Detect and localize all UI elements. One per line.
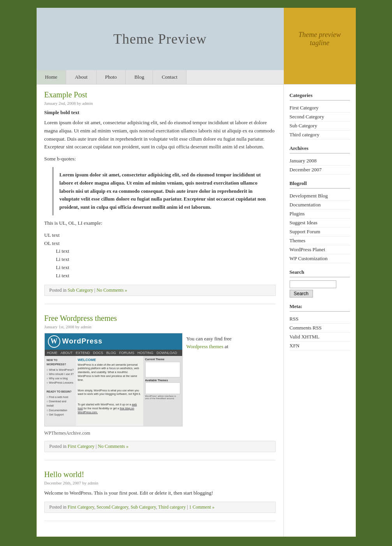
- blogroll-docs[interactable]: Documentation: [290, 202, 321, 208]
- blogroll-themes[interactable]: Themes: [290, 238, 306, 243]
- archive-dec2007[interactable]: December 2007: [290, 167, 322, 173]
- post2-footer-comments[interactable]: No Comments »: [98, 444, 128, 449]
- post1-blockquote-intro: Some b-quotes:: [44, 155, 276, 163]
- post1-footer-comments[interactable]: No Comments »: [97, 287, 127, 293]
- site-tagline: Theme preview tagline: [290, 31, 350, 47]
- post3-cat3[interactable]: Sub Category: [131, 504, 156, 510]
- post1-bold: Simple bold text: [44, 109, 276, 116]
- cat-sub[interactable]: Sub Category: [290, 123, 317, 129]
- list-item: Second Category: [290, 113, 350, 122]
- meta-xfn[interactable]: XFN: [290, 342, 350, 350]
- post1-meta: January 2nd, 2008 by admin: [44, 101, 276, 106]
- list-item: Suggest Ideas: [290, 218, 350, 227]
- li-item-1: Li text: [44, 247, 276, 255]
- post1-title: Example Post: [44, 90, 276, 99]
- post2-title: Free Wordpress themes: [44, 314, 276, 323]
- post2-meta: January 1st, 2008 by admin: [44, 324, 276, 329]
- list-item: Plugins: [290, 210, 350, 218]
- blogroll-dev[interactable]: Development Blog: [290, 193, 328, 199]
- blogroll-support[interactable]: Support Forum: [290, 229, 320, 234]
- search-button[interactable]: [290, 290, 313, 298]
- post2-caption-text: You can easy find free: [186, 336, 232, 342]
- post3-title: Hello world!: [44, 470, 276, 479]
- archive-jan2008[interactable]: January 2008: [290, 158, 317, 164]
- post3-cat1[interactable]: First Category: [68, 504, 94, 510]
- nav-blog[interactable]: Blog: [126, 70, 153, 84]
- blogroll-suggest[interactable]: Suggest Ideas: [290, 220, 318, 225]
- nav-home[interactable]: Home: [37, 70, 67, 84]
- post2-footer: Posted in First Category | No Comments »: [44, 441, 276, 452]
- cat-third[interactable]: Third category: [290, 132, 320, 137]
- post1-blockquote: Lorem ipsum dolor sit amet, consectetur …: [52, 167, 276, 215]
- post1-footer: Posted in Sub Category | No Comments »: [44, 285, 276, 296]
- list-item: Sub Category: [290, 122, 350, 130]
- nav-contact[interactable]: Contact: [153, 70, 186, 84]
- post-example: Example Post January 2nd, 2008 by admin …: [44, 90, 276, 304]
- li-item-3: Li text: [44, 264, 276, 272]
- site-title: Theme Preview: [113, 31, 207, 47]
- list-item: January 2008: [290, 157, 350, 166]
- post1-list: UL text OL text Li text Li text Li text …: [44, 231, 276, 280]
- post1-list-intro: This is UL, OL, LI example:: [44, 219, 276, 227]
- wp-screenshot: W WordPress HOMEABOUTEXTENDDOCSBLOGFORUM…: [44, 333, 183, 426]
- blogroll-heading: Blogroll: [290, 180, 350, 188]
- post2-caption-suffix: at: [225, 343, 228, 349]
- meta-comments-rss[interactable]: Comments RSS: [290, 324, 350, 333]
- li-item-4: Li text: [44, 272, 276, 280]
- list-item: Support Forum: [290, 227, 350, 236]
- sidebar: Categories First Category Second Categor…: [284, 85, 356, 537]
- list-item: WordPress Planet: [290, 245, 350, 254]
- li-item-2: Li text: [44, 255, 276, 264]
- blogroll-list: Development Blog Documentation Plugins S…: [290, 192, 350, 263]
- list-item: WP Customization: [290, 254, 350, 263]
- post2-site-credit: WPThemesArchive.com: [44, 430, 276, 436]
- cat-first[interactable]: First Category: [290, 105, 319, 111]
- post1-footer-posted: Posted in: [49, 287, 67, 293]
- post1-paragraph: Lorem ipsum dolor sit amet, consectetur …: [44, 119, 276, 151]
- post3-meta: December 26th, 2007 by admin: [44, 481, 276, 485]
- nav-photo[interactable]: Photo: [97, 70, 126, 84]
- list-item: First Category: [290, 104, 350, 113]
- meta-list: RSS Comments RSS Valid XHTML XFN: [290, 315, 350, 350]
- post2-footer-posted: Posted in: [49, 444, 67, 449]
- list-item: Third category: [290, 130, 350, 139]
- post3-content: Welcome to WordPress. This is your first…: [44, 489, 276, 497]
- list-item: Themes: [290, 236, 350, 245]
- meta-rss[interactable]: RSS: [290, 315, 350, 324]
- search-heading: Search: [290, 269, 350, 277]
- blogroll-plugins[interactable]: Plugins: [290, 211, 305, 217]
- nav-about[interactable]: About: [66, 70, 97, 84]
- post3-cat4[interactable]: Third category: [158, 504, 186, 510]
- list-item: December 2007: [290, 166, 350, 174]
- search-box: [290, 280, 350, 298]
- cat-second[interactable]: Second Category: [290, 114, 324, 120]
- post1-footer-cat[interactable]: Sub Category: [68, 287, 93, 293]
- blogroll-wp-custom[interactable]: WP Customization: [290, 255, 328, 261]
- categories-list: First Category Second Category Sub Categ…: [290, 104, 350, 139]
- list-item: Documentation: [290, 201, 350, 210]
- post2-image-area: W WordPress HOMEABOUTEXTENDDOCSBLOGFORUM…: [44, 333, 276, 426]
- post2-wp-link[interactable]: Wordpress themes: [186, 343, 223, 349]
- list-item: Development Blog: [290, 192, 350, 201]
- search-input[interactable]: [290, 280, 336, 288]
- meta-heading: Meta:: [290, 303, 350, 312]
- meta-valid-xhtml[interactable]: Valid XHTML: [290, 333, 350, 342]
- ul-text: UL text: [44, 231, 276, 240]
- post-hello-world: Hello world! December 26th, 2007 by admi…: [44, 470, 276, 521]
- post2-caption: You can easy find free Wordpress themes …: [186, 333, 276, 426]
- post3-footer-comments[interactable]: 1 Comment »: [189, 504, 214, 510]
- post3-cat2[interactable]: Second Category: [97, 504, 128, 510]
- blogroll-wp-planet[interactable]: WordPress Planet: [290, 247, 325, 252]
- post2-footer-cat[interactable]: First Category: [68, 444, 95, 449]
- archives-heading: Archives: [290, 145, 350, 153]
- archives-list: January 2008 December 2007: [290, 157, 350, 174]
- post3-footer: Posted in First Category, Second Categor…: [44, 502, 276, 513]
- post3-footer-posted: Posted in: [49, 504, 67, 510]
- ol-text: OL text: [44, 240, 276, 248]
- categories-heading: Categories: [290, 92, 350, 100]
- post-wordpress-themes: Free Wordpress themes January 1st, 2008 …: [44, 314, 276, 460]
